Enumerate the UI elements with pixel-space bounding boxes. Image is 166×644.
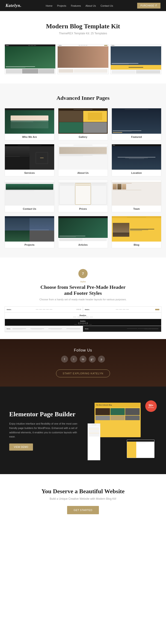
hf-subtitle: Choose from a handy set of ready-made he…	[4, 298, 162, 301]
pages-grid: Who We Are	[4, 108, 162, 248]
page-label-gallery: Gallery	[58, 134, 108, 140]
page-label-team: Team	[112, 206, 161, 212]
twitter-icon[interactable]: t	[70, 356, 77, 362]
page-label-projects: Projects	[5, 242, 54, 248]
page-card-gallery[interactable]: Gallery	[58, 108, 108, 140]
hero-subtitle: ThemeREX Template Kit: 25 Templates	[4, 32, 162, 35]
nav-logo: Katelyn.	[6, 3, 22, 8]
page-card-blog[interactable]: Blog	[112, 216, 162, 248]
purchase-button[interactable]: PURCHASE IT	[137, 3, 160, 8]
beautiful-website-section: You Deserve a Beautiful Website Build a …	[0, 474, 166, 524]
pinterest-icon[interactable]: p	[98, 356, 105, 362]
inner-pages-title: Advanced Inner Pages	[4, 95, 162, 101]
facebook-icon[interactable]: f	[61, 356, 68, 362]
page-label-blog: Blog	[112, 242, 161, 248]
hf-title: Choose from Several Pre-Made Header and …	[37, 284, 129, 296]
page-card-articles[interactable]: Articles	[58, 216, 108, 248]
explore-button[interactable]: START EXPLORING KATELYN	[56, 370, 110, 377]
view-demo-button[interactable]: VIEW DEMO	[9, 444, 33, 450]
page-card-services[interactable]: Services	[4, 144, 54, 176]
nav-about[interactable]: About Us	[86, 4, 96, 7]
elementor-visual: The Best Lifestyle Blog 50+ Elements	[88, 400, 157, 460]
page-card-featured[interactable]: Featured	[112, 108, 162, 140]
template-preview-grid: Katelyn.	[0, 42, 166, 84]
page-card-about[interactable]: About Us	[58, 144, 108, 176]
social-icons-group: f t in g+ p	[4, 356, 162, 362]
template-card-3[interactable]: Katelyn.	[110, 44, 162, 74]
elementor-text-block: Elementor Page Builder Enjoy intuitive i…	[9, 410, 78, 450]
nav-projects[interactable]: Projects	[57, 4, 66, 7]
page-label-prices: Prices	[58, 206, 108, 212]
elementor-section: Elementor Page Builder Enjoy intuitive i…	[0, 386, 166, 474]
elementor-title: Elementor Page Builder	[9, 410, 78, 418]
styles-label: Styles	[4, 280, 162, 283]
get-started-button[interactable]: GET STARTED	[67, 506, 99, 514]
nav-home[interactable]: Home	[46, 4, 52, 7]
main-nav: Katelyn. Home Projects Features About Us…	[0, 0, 166, 11]
page-label-contact: Contact Us	[5, 206, 54, 212]
page-card-prices[interactable]: Prices	[58, 180, 108, 212]
header-footer-section: 7 Styles Choose from Several Pre-Made He…	[0, 258, 166, 339]
elements-badge-label: Elements	[148, 407, 154, 408]
follow-title: Follow Us	[4, 348, 162, 352]
nav-features[interactable]: Features	[71, 4, 81, 7]
elementor-description: Enjoy intuitive interface and flexibilit…	[9, 422, 78, 439]
page-label-about: About Us	[58, 170, 108, 176]
page-label-location: Location	[112, 170, 161, 176]
page-label-services: Services	[5, 170, 54, 176]
hero-title: Modern Blog Template Kit	[4, 22, 162, 30]
page-label-featured: Featured	[112, 134, 161, 140]
googleplus-icon[interactable]: g+	[89, 356, 96, 362]
template-card-2[interactable]: Katelyn.	[58, 44, 108, 74]
beautiful-subtitle: Build a Unique Creative Website with Mod…	[4, 497, 162, 500]
nav-contact[interactable]: Contact Us	[100, 4, 113, 7]
page-card-projects[interactable]: Projects	[4, 216, 54, 248]
template-card-1[interactable]: Katelyn.	[4, 44, 56, 74]
page-card-team[interactable]: Team	[112, 180, 162, 212]
instagram-icon[interactable]: in	[80, 356, 86, 362]
page-label-who: Who We Are	[5, 134, 54, 140]
inner-pages-section: Advanced Inner Pages Who We Are	[0, 84, 166, 258]
elements-badge-number: 50+	[149, 404, 153, 407]
beautiful-title: You Deserve a Beautiful Website	[4, 488, 162, 495]
page-card-location[interactable]: Katelyn. Location	[112, 144, 162, 176]
styles-badge: 7	[78, 269, 88, 278]
page-card-contact[interactable]: Contact Us	[4, 180, 54, 212]
page-card-who-we-are[interactable]: Who We Are	[4, 108, 54, 140]
follow-section: Follow Us f t in g+ p START EXPLORING KA…	[0, 339, 166, 386]
page-label-articles: Articles	[58, 242, 108, 248]
hf-preview-container: Katelyn. Katelyn.	[4, 306, 162, 332]
hero-section: Modern Blog Template Kit ThemeREX Templa…	[0, 11, 166, 42]
nav-links: Home Projects Features About Us Contact …	[46, 4, 113, 8]
